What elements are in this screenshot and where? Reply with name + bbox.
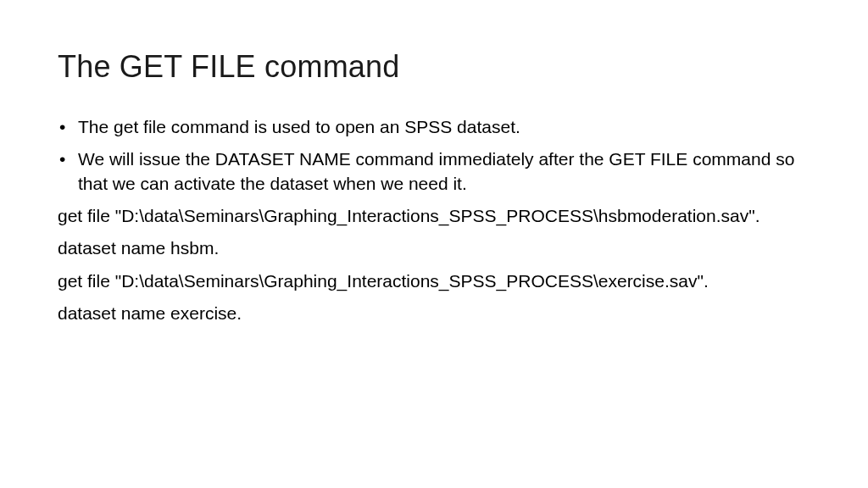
bullet-item: • The get file command is used to open a… (58, 115, 810, 139)
slide-title: The GET FILE command (58, 49, 810, 85)
code-line: dataset name hsbm. (58, 236, 810, 260)
bullet-text: The get file command is used to open an … (78, 115, 810, 139)
slide-content: • The get file command is used to open a… (58, 115, 810, 325)
bullet-item: • We will issue the DATASET NAME command… (58, 147, 810, 196)
code-line: get file "D:\data\Seminars\Graphing_Inte… (58, 204, 810, 228)
code-line: dataset name exercise. (58, 302, 810, 325)
bullet-marker: • (58, 147, 78, 171)
bullet-text: We will issue the DATASET NAME command i… (78, 147, 810, 196)
code-line: get file "D:\data\Seminars\Graphing_Inte… (58, 269, 810, 293)
bullet-marker: • (58, 115, 78, 139)
